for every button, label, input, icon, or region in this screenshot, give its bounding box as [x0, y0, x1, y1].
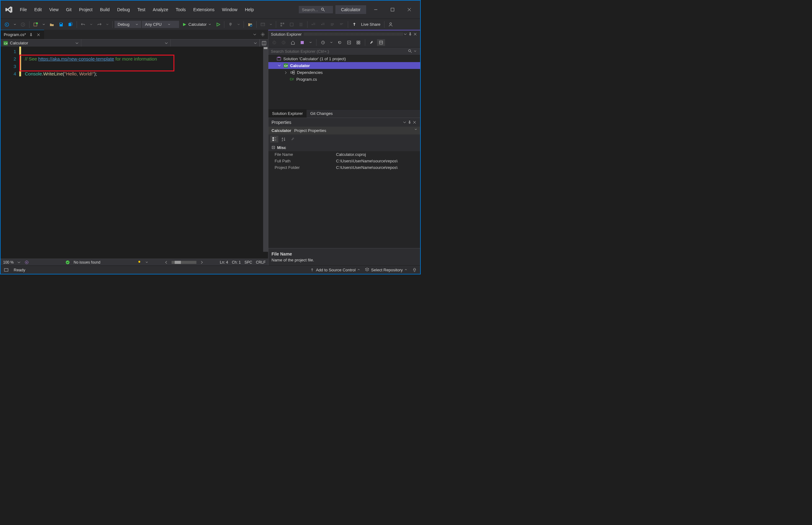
config-dropdown[interactable]: Debug [114, 21, 141, 28]
tree-project-node[interactable]: C# Calculator [268, 62, 420, 69]
se-switch-dropdown[interactable] [308, 40, 314, 45]
find-in-files-button[interactable] [246, 21, 254, 28]
menu-window[interactable]: Window [218, 5, 241, 14]
properties-subject[interactable]: Calculator Project Properties [268, 127, 420, 134]
maximize-button[interactable] [385, 5, 400, 14]
pin-icon[interactable] [408, 32, 413, 36]
undo-button[interactable] [79, 21, 88, 28]
tab-overflow-dropdown[interactable] [251, 31, 258, 38]
notifications-icon[interactable] [412, 267, 417, 272]
tab-settings-icon[interactable] [259, 31, 267, 38]
se-properties-button[interactable] [368, 39, 376, 46]
search-dropdown-icon[interactable] [413, 49, 418, 54]
tab-git-changes[interactable]: Git Changes [307, 109, 336, 118]
tab-solution-explorer[interactable]: Solution Explorer [268, 109, 307, 118]
outdent-button[interactable] [319, 21, 327, 28]
se-preview-button[interactable] [377, 39, 385, 46]
vertical-scrollbar[interactable] [263, 47, 268, 252]
solution-explorer-header[interactable]: Solution Explorer [268, 30, 420, 38]
panel-dropdown-icon[interactable] [403, 32, 408, 36]
se-search-input[interactable] [271, 49, 408, 54]
menu-analyze[interactable]: Analyze [149, 5, 172, 14]
add-source-control-button[interactable]: Add to Source Control [310, 268, 360, 272]
zoom-level[interactable]: 100 % [3, 260, 14, 265]
issues-label[interactable]: No issues found [74, 260, 100, 265]
browser-link-button[interactable] [259, 21, 267, 28]
close-tab-icon[interactable] [36, 32, 41, 37]
start-debug-button[interactable]: Calculator [179, 21, 214, 28]
menu-debug[interactable]: Debug [113, 5, 134, 14]
intellisense-icon[interactable] [24, 260, 29, 265]
prev-issue-icon[interactable] [165, 261, 168, 264]
code-editor[interactable]: 1 2 3 4 // See https://aka.ms/new-consol… [1, 47, 268, 259]
expand-icon[interactable] [277, 63, 281, 68]
se-history-button[interactable] [319, 39, 327, 46]
open-file-button[interactable] [47, 21, 56, 28]
hot-reload-button[interactable] [226, 21, 235, 28]
toolbar-misc-1[interactable] [287, 21, 296, 28]
pin-icon[interactable] [29, 32, 33, 37]
toolbar-group-icon[interactable] [278, 21, 287, 28]
collapse-icon[interactable] [271, 145, 276, 150]
categorize-button[interactable] [270, 136, 278, 142]
redo-button[interactable] [95, 21, 104, 28]
alphabetical-button[interactable]: AZ [280, 136, 287, 142]
platform-dropdown[interactable]: Any CPU [142, 21, 179, 28]
menu-file[interactable]: File [16, 5, 31, 14]
property-value[interactable]: C:\Users\UserName\source\repos\ [333, 164, 420, 171]
nav-member-dropdown[interactable] [171, 40, 260, 47]
properties-header[interactable]: Properties [268, 118, 420, 127]
property-row-fullpath[interactable]: Full Path C:\Users\UserName\source\repos… [268, 158, 420, 164]
menu-extensions[interactable]: Extensions [190, 5, 218, 14]
save-button[interactable] [57, 21, 65, 28]
tree-dependencies-node[interactable]: Dependencies [268, 69, 420, 76]
code-text[interactable]: // See https://aka.ms/new-console-templa… [21, 47, 268, 259]
se-home-button[interactable] [289, 39, 297, 46]
indent-button[interactable] [309, 21, 318, 28]
forward-button[interactable] [19, 21, 27, 28]
breakpoint-gutter[interactable] [1, 47, 7, 259]
menu-tools[interactable]: Tools [172, 5, 190, 14]
save-all-button[interactable] [66, 21, 75, 28]
se-collapse-button[interactable] [345, 39, 353, 46]
tree-program-node[interactable]: C# Program.cs [268, 76, 420, 82]
se-show-all-button[interactable] [354, 39, 362, 46]
nav-type-dropdown[interactable] [81, 40, 171, 47]
menu-edit[interactable]: Edit [31, 5, 46, 14]
se-refresh-button[interactable] [336, 39, 344, 46]
live-share-button[interactable] [350, 21, 359, 28]
menu-help[interactable]: Help [241, 5, 257, 14]
back-dropdown[interactable] [12, 22, 18, 27]
property-value[interactable]: Calculator.csproj [333, 151, 420, 158]
se-back-button[interactable] [270, 39, 278, 46]
search-box[interactable]: Search... [299, 6, 333, 13]
property-row-filename[interactable]: File Name Calculator.csproj [268, 151, 420, 158]
se-forward-button[interactable] [280, 39, 287, 46]
se-switch-views-button[interactable] [298, 39, 306, 46]
split-editor-button[interactable] [260, 40, 268, 47]
account-button[interactable] [386, 21, 395, 28]
property-value[interactable]: C:\Users\UserName\source\repos\ [333, 158, 420, 164]
select-repository-button[interactable]: Select Repository [365, 268, 407, 272]
redo-dropdown[interactable] [104, 22, 110, 27]
browser-link-dropdown[interactable] [268, 22, 274, 27]
char[interactable]: Ch: 1 [232, 260, 241, 265]
undo-dropdown[interactable] [88, 22, 94, 27]
next-issue-icon[interactable] [200, 261, 203, 264]
hot-reload-dropdown[interactable] [235, 22, 242, 27]
toolbar-misc-2[interactable] [297, 21, 305, 28]
menu-view[interactable]: View [46, 5, 62, 14]
live-share-label[interactable]: Live Share [359, 21, 382, 28]
menu-project[interactable]: Project [75, 5, 96, 14]
properties-category[interactable]: Misc [268, 144, 420, 151]
uncomment-button[interactable] [337, 21, 346, 28]
collapse-icon[interactable] [283, 70, 288, 75]
nav-scope-dropdown[interactable]: C# Calculator [1, 40, 81, 47]
line-col[interactable]: Ln: 4 [220, 260, 228, 265]
close-panel-icon[interactable] [412, 120, 417, 125]
tree-solution-node[interactable]: Solution 'Calculator' (1 of 1 project) [268, 55, 420, 62]
spaces[interactable]: SPC [245, 260, 252, 265]
menu-test[interactable]: Test [134, 5, 149, 14]
minimize-button[interactable] [369, 5, 383, 14]
new-item-button[interactable] [31, 21, 40, 28]
